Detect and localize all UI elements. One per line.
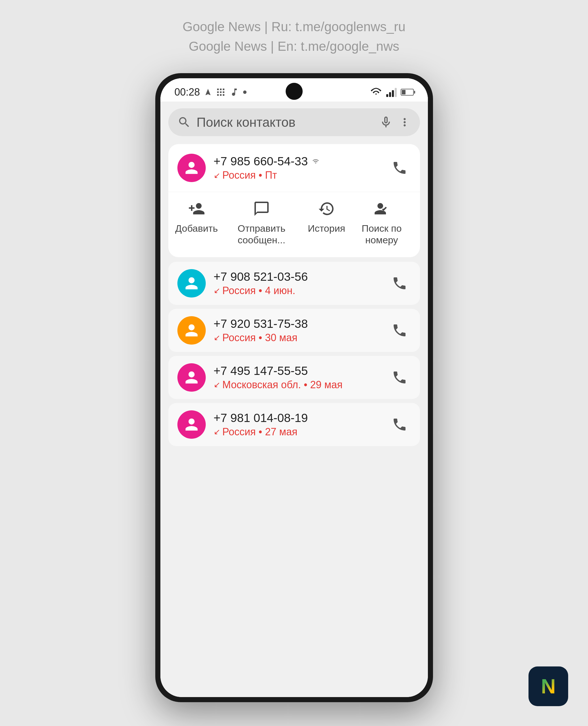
call-button-0[interactable] — [388, 157, 411, 179]
mic-icon[interactable] — [379, 116, 393, 129]
status-left: 00:28 — [174, 86, 247, 98]
actions-row: Добавить Отправить сообщен... История — [168, 192, 420, 257]
contact-list-item-4[interactable]: +7 981 014-08-19 ↙ Россия • 27 мая — [168, 403, 420, 446]
contact-sub-0: ↙ Россия • Пт — [214, 169, 380, 181]
header-text: Google News | Ru: t.me/googlenws_ru Goog… — [183, 17, 405, 56]
wifi-icon — [370, 87, 382, 97]
call-button-4[interactable] — [388, 413, 411, 436]
avatar-0 — [177, 154, 206, 182]
search-icon — [177, 116, 191, 129]
action-search-label: Поиск по номеру — [349, 223, 414, 246]
contact-sub-3: ↙ Московская обл. • 29 мая — [214, 379, 380, 391]
header-line2: Google News | En: t.me/google_nws — [183, 37, 405, 56]
camera-notch-area — [286, 80, 303, 100]
contact-number-4: +7 981 014-08-19 — [214, 411, 380, 425]
contact-number-0: +7 985 660-54-33 — [214, 155, 380, 168]
contact-list-item-3[interactable]: +7 495 147-55-55 ↙ Московская обл. • 29 … — [168, 356, 420, 399]
signal-icon — [386, 87, 397, 97]
phone-screen: 00:28 — [161, 78, 428, 697]
contact-info-2: +7 920 531-75-38 ↙ Россия • 30 мая — [214, 317, 380, 344]
camera-notch — [286, 83, 303, 100]
history-icon — [317, 199, 336, 219]
status-bar: 00:28 — [161, 78, 428, 102]
gn-letter: N — [541, 675, 556, 698]
missed-arrow-0: ↙ — [214, 171, 220, 180]
avatar-4 — [177, 410, 206, 439]
call-button-1[interactable] — [388, 272, 411, 295]
contact-info-0: +7 985 660-54-33 ↙ Россия • Пт — [214, 155, 380, 181]
contact-number-3: +7 495 147-55-55 — [214, 364, 380, 378]
search-person-icon — [372, 199, 392, 219]
location-icon — [204, 88, 212, 96]
action-message-label: Отправить сообщен... — [219, 223, 304, 246]
action-add[interactable]: Добавить — [174, 199, 219, 246]
google-news-logo: N — [528, 666, 568, 706]
avatar-2 — [177, 316, 206, 345]
music-icon — [230, 87, 239, 97]
contact-number-1: +7 908 521-03-56 — [214, 270, 380, 284]
phone-frame: 00:28 — [155, 73, 433, 702]
contact-list-item-1[interactable]: +7 908 521-03-56 ↙ Россия • 4 июн. — [168, 262, 420, 305]
call-button-2[interactable] — [388, 319, 411, 342]
call-button-3[interactable] — [388, 366, 411, 389]
action-add-label: Добавить — [175, 223, 218, 234]
contact-sub-1: ↙ Россия • 4 июн. — [214, 285, 380, 297]
dot-indicator — [243, 90, 247, 94]
header-line1: Google News | Ru: t.me/googlenws_ru — [183, 17, 405, 37]
contact-card-expanded[interactable]: +7 985 660-54-33 ↙ Россия • Пт — [168, 144, 420, 257]
contact-list-item-2[interactable]: +7 920 531-75-38 ↙ Россия • 30 мая — [168, 309, 420, 352]
app-content: Поиск контактов +7 985 660-54-33 — [161, 102, 428, 697]
contact-row-0[interactable]: +7 985 660-54-33 ↙ Россия • Пт — [168, 144, 420, 192]
avatar-3 — [177, 363, 206, 392]
action-history[interactable]: История — [304, 199, 349, 246]
action-search[interactable]: Поиск по номеру — [349, 199, 414, 246]
contact-info-1: +7 908 521-03-56 ↙ Россия • 4 июн. — [214, 270, 380, 297]
contact-info-3: +7 495 147-55-55 ↙ Московская обл. • 29 … — [214, 364, 380, 391]
more-icon[interactable] — [398, 116, 411, 128]
time-display: 00:28 — [174, 86, 200, 98]
contact-info-4: +7 981 014-08-19 ↙ Россия • 27 мая — [214, 411, 380, 438]
wifi-small-icon — [311, 158, 320, 165]
avatar-1 — [177, 269, 206, 298]
grid-icon — [216, 87, 226, 97]
add-person-icon — [187, 199, 207, 219]
search-input[interactable]: Поиск контактов — [197, 115, 374, 130]
action-history-label: История — [308, 223, 345, 234]
contact-sub-4: ↙ Россия • 27 мая — [214, 426, 380, 438]
search-bar[interactable]: Поиск контактов — [168, 108, 420, 136]
message-icon — [252, 199, 271, 219]
action-message[interactable]: Отправить сообщен... — [219, 199, 304, 246]
contact-sub-2: ↙ Россия • 30 мая — [214, 332, 380, 344]
contact-number-2: +7 920 531-75-38 — [214, 317, 380, 331]
status-right — [370, 87, 414, 97]
battery-icon — [401, 89, 414, 96]
